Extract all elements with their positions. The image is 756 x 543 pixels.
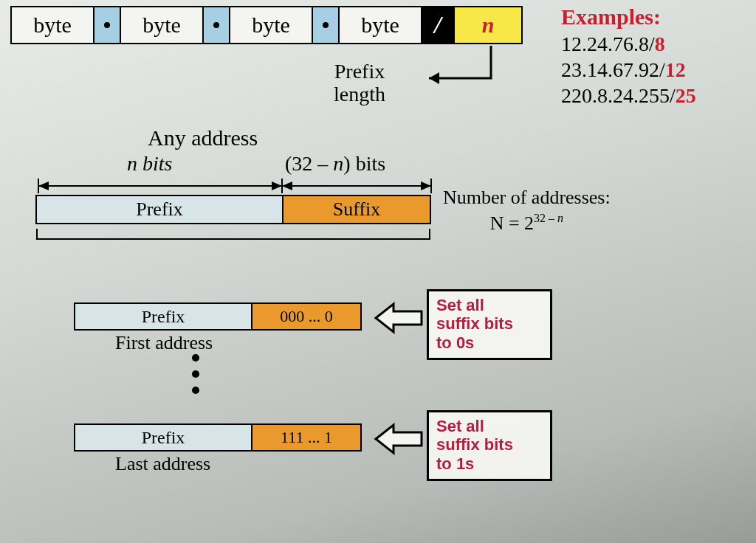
callout-first-l3: to 0s bbox=[436, 333, 543, 352]
number-of-addresses: Number of addresses: N = 232 – n bbox=[443, 184, 611, 236]
prefix-block: Prefix bbox=[37, 196, 284, 223]
prefix-length-line2: length bbox=[334, 83, 385, 106]
any-address-label: Any address bbox=[148, 125, 258, 151]
dimension-arrows-icon bbox=[35, 177, 434, 195]
dot-sep-1 bbox=[94, 7, 121, 43]
callout-first: Set all suffix bits to 0s bbox=[427, 289, 552, 360]
cidr-notation-bar: byte byte byte byte / n bbox=[10, 6, 523, 44]
byte-cell-2: byte bbox=[121, 7, 204, 43]
callout-last: Set all suffix bits to 1s bbox=[427, 410, 552, 481]
first-prefix-block: Prefix bbox=[75, 304, 252, 329]
n-bits-label: n bits bbox=[127, 152, 172, 176]
first-suffix-block: 000 ... 0 bbox=[252, 304, 360, 329]
callout-last-l1: Set all bbox=[436, 417, 543, 435]
examples-heading: Examples: bbox=[561, 3, 696, 31]
callout-arrow-first-icon bbox=[373, 298, 425, 338]
example-suffix: 8 bbox=[655, 32, 665, 55]
vertical-ellipsis-icon bbox=[192, 354, 199, 394]
example-ip: 12.24.76.8/ bbox=[561, 32, 655, 55]
dot-icon bbox=[323, 22, 329, 28]
first-address-label: First address bbox=[115, 332, 213, 354]
byte-cell-1: byte bbox=[12, 7, 94, 43]
callout-last-l3: to 1s bbox=[436, 454, 543, 473]
example-suffix: 25 bbox=[676, 84, 696, 107]
slash-cell: / bbox=[422, 7, 455, 43]
thirty-two-minus-n-bits-label: (32 – n) bits bbox=[285, 152, 385, 176]
callout-arrow-last-icon bbox=[373, 419, 425, 459]
byte-cell-4: byte bbox=[340, 7, 422, 43]
callout-first-l2: suffix bits bbox=[436, 314, 543, 333]
dot-icon bbox=[213, 22, 219, 28]
example-row-2: 23.14.67.92/12 bbox=[561, 57, 696, 83]
last-address-bar: Prefix 111 ... 1 bbox=[74, 423, 362, 452]
dot-icon bbox=[104, 22, 110, 28]
address-structure-bar: Prefix Suffix bbox=[35, 195, 431, 224]
dot-sep-2 bbox=[204, 7, 230, 43]
num-addresses-formula: N = 232 – n bbox=[443, 210, 611, 236]
examples-block: Examples: 12.24.76.8/8 23.14.67.92/12 22… bbox=[561, 3, 696, 108]
prefix-length-arrow-icon bbox=[410, 41, 498, 93]
last-suffix-block: 111 ... 1 bbox=[252, 425, 360, 450]
example-ip: 23.14.67.92/ bbox=[561, 58, 665, 81]
example-row-3: 220.8.24.255/25 bbox=[561, 83, 696, 108]
callout-first-l1: Set all bbox=[436, 296, 543, 314]
dot-sep-3 bbox=[313, 7, 340, 43]
underbrace-icon bbox=[35, 227, 431, 249]
prefix-n-cell: n bbox=[455, 7, 521, 43]
example-suffix: 12 bbox=[665, 58, 686, 81]
example-ip: 220.8.24.255/ bbox=[561, 84, 676, 107]
first-address-bar: Prefix 000 ... 0 bbox=[74, 302, 362, 331]
example-row-1: 12.24.76.8/8 bbox=[561, 31, 696, 57]
prefix-length-label: Prefix length bbox=[334, 60, 385, 106]
diagram-root: byte byte byte byte / n Prefix length Ex… bbox=[0, 0, 756, 543]
callout-last-l2: suffix bits bbox=[436, 435, 543, 454]
byte-cell-3: byte bbox=[230, 7, 313, 43]
prefix-length-line1: Prefix bbox=[334, 60, 385, 83]
suffix-block: Suffix bbox=[284, 196, 430, 223]
num-addresses-line1: Number of addresses: bbox=[443, 184, 611, 210]
last-address-label: Last address bbox=[115, 453, 210, 475]
last-prefix-block: Prefix bbox=[75, 425, 252, 450]
